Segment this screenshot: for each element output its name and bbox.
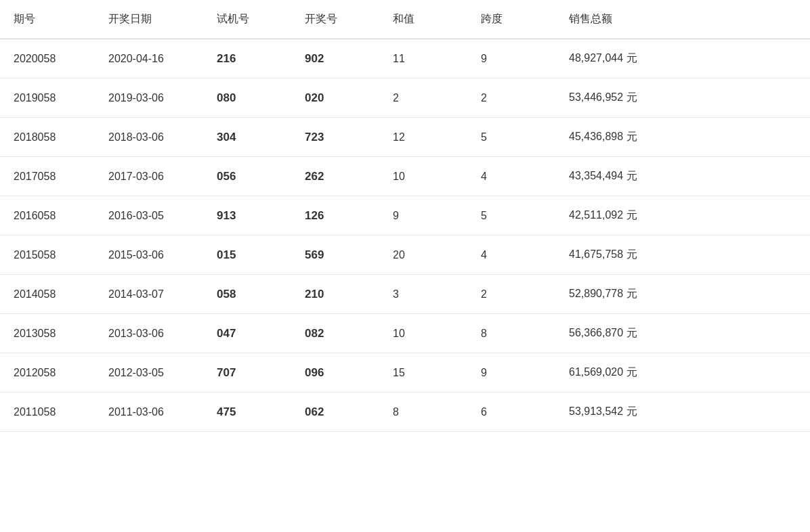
cell-sales: 43,354,494 元	[555, 157, 810, 196]
cell-sales: 52,890,778 元	[555, 275, 810, 314]
cell-date: 2020-04-16	[95, 39, 203, 79]
cell-trial: 047	[203, 314, 291, 353]
cell-id: 2019058	[0, 79, 95, 118]
table-header-row: 期号 开奖日期 试机号 开奖号 和值 跨度 销售总额	[0, 0, 810, 39]
cell-sum: 8	[379, 393, 467, 432]
cell-date: 2011-03-06	[95, 393, 203, 432]
cell-id: 2017058	[0, 157, 95, 196]
cell-date: 2013-03-06	[95, 314, 203, 353]
cell-winning: 020	[291, 79, 379, 118]
cell-date: 2018-03-06	[95, 118, 203, 157]
header-winning: 开奖号	[291, 0, 379, 39]
lottery-table: 期号 开奖日期 试机号 开奖号 和值 跨度 销售总额 20200582020-0…	[0, 0, 810, 432]
cell-span: 4	[467, 157, 555, 196]
cell-trial: 707	[203, 353, 291, 393]
cell-date: 2015-03-06	[95, 236, 203, 275]
cell-date: 2019-03-06	[95, 79, 203, 118]
cell-sales: 53,913,542 元	[555, 393, 810, 432]
cell-span: 8	[467, 314, 555, 353]
cell-sum: 2	[379, 79, 467, 118]
cell-id: 2020058	[0, 39, 95, 79]
cell-trial: 056	[203, 157, 291, 196]
cell-winning: 062	[291, 393, 379, 432]
cell-sales: 53,446,952 元	[555, 79, 810, 118]
header-sales: 销售总额	[555, 0, 810, 39]
header-span: 跨度	[467, 0, 555, 39]
table-row: 20150582015-03-0601556920441,675,758 元	[0, 236, 810, 275]
cell-winning: 902	[291, 39, 379, 79]
cell-span: 6	[467, 393, 555, 432]
cell-id: 2015058	[0, 236, 95, 275]
table-row: 20110582011-03-064750628653,913,542 元	[0, 393, 810, 432]
cell-sum: 11	[379, 39, 467, 79]
cell-date: 2016-03-05	[95, 196, 203, 236]
cell-winning: 723	[291, 118, 379, 157]
cell-id: 2012058	[0, 353, 95, 393]
cell-sales: 42,511,092 元	[555, 196, 810, 236]
table-row: 20120582012-03-0570709615961,569,020 元	[0, 353, 810, 393]
cell-id: 2016058	[0, 196, 95, 236]
cell-id: 2018058	[0, 118, 95, 157]
cell-sales: 61,569,020 元	[555, 353, 810, 393]
cell-winning: 082	[291, 314, 379, 353]
table-row: 20170582017-03-0605626210443,354,494 元	[0, 157, 810, 196]
cell-span: 5	[467, 118, 555, 157]
header-trial: 试机号	[203, 0, 291, 39]
cell-span: 4	[467, 236, 555, 275]
cell-span: 2	[467, 79, 555, 118]
cell-date: 2017-03-06	[95, 157, 203, 196]
cell-sales: 48,927,044 元	[555, 39, 810, 79]
cell-sum: 20	[379, 236, 467, 275]
header-sum: 和值	[379, 0, 467, 39]
cell-trial: 913	[203, 196, 291, 236]
cell-sum: 12	[379, 118, 467, 157]
cell-sales: 41,675,758 元	[555, 236, 810, 275]
cell-trial: 304	[203, 118, 291, 157]
cell-trial: 475	[203, 393, 291, 432]
table-row: 20180582018-03-0630472312545,436,898 元	[0, 118, 810, 157]
table-row: 20130582013-03-0604708210856,366,870 元	[0, 314, 810, 353]
cell-span: 5	[467, 196, 555, 236]
cell-trial: 080	[203, 79, 291, 118]
cell-sales: 56,366,870 元	[555, 314, 810, 353]
header-date: 开奖日期	[95, 0, 203, 39]
cell-span: 2	[467, 275, 555, 314]
cell-sum: 9	[379, 196, 467, 236]
cell-sales: 45,436,898 元	[555, 118, 810, 157]
cell-id: 2011058	[0, 393, 95, 432]
cell-span: 9	[467, 39, 555, 79]
cell-date: 2012-03-05	[95, 353, 203, 393]
cell-trial: 015	[203, 236, 291, 275]
cell-trial: 216	[203, 39, 291, 79]
cell-winning: 126	[291, 196, 379, 236]
table-row: 20200582020-04-1621690211948,927,044 元	[0, 39, 810, 79]
cell-id: 2013058	[0, 314, 95, 353]
table-row: 20140582014-03-070582103252,890,778 元	[0, 275, 810, 314]
cell-sum: 15	[379, 353, 467, 393]
cell-winning: 210	[291, 275, 379, 314]
cell-sum: 10	[379, 157, 467, 196]
cell-span: 9	[467, 353, 555, 393]
cell-id: 2014058	[0, 275, 95, 314]
cell-winning: 262	[291, 157, 379, 196]
cell-winning: 096	[291, 353, 379, 393]
cell-winning: 569	[291, 236, 379, 275]
main-container: 期号 开奖日期 试机号 开奖号 和值 跨度 销售总额 20200582020-0…	[0, 0, 810, 532]
header-id: 期号	[0, 0, 95, 39]
table-row: 20190582019-03-060800202253,446,952 元	[0, 79, 810, 118]
cell-date: 2014-03-07	[95, 275, 203, 314]
cell-sum: 3	[379, 275, 467, 314]
cell-sum: 10	[379, 314, 467, 353]
table-row: 20160582016-03-059131269542,511,092 元	[0, 196, 810, 236]
cell-trial: 058	[203, 275, 291, 314]
